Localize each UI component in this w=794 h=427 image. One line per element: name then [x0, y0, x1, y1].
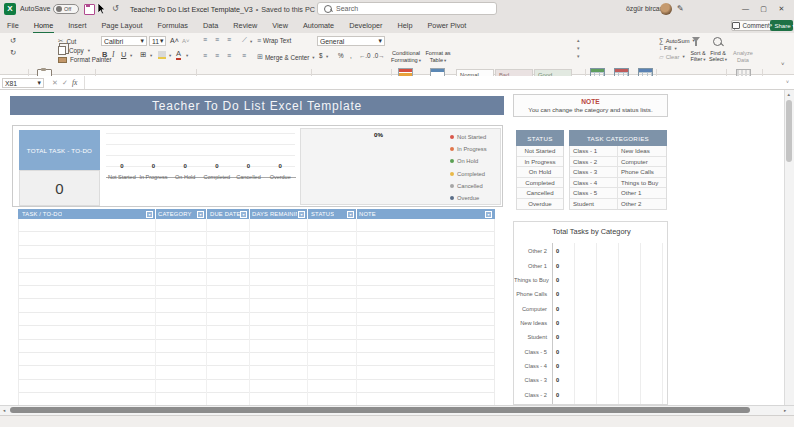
gallery-more-icon[interactable]: ▾ — [577, 53, 580, 59]
task-categories-row[interactable]: Class - 2 Computer — [570, 157, 666, 168]
align-top-button[interactable]: ≡ — [203, 36, 207, 43]
shrink-font-button[interactable]: A˅ — [182, 38, 190, 44]
enter-check-icon[interactable]: ✓ — [62, 79, 68, 87]
ribbon-tab[interactable]: Formulas — [156, 19, 188, 32]
formula-input[interactable] — [84, 76, 785, 89]
category-class-cell[interactable]: Class - 1 — [570, 146, 618, 156]
task-categories-row[interactable]: Class - 1 New Ideas — [570, 146, 666, 157]
cancel-icon[interactable]: ✕ — [52, 79, 58, 87]
font-family-select[interactable]: Calibri▾ — [101, 36, 147, 46]
decrease-indent-button[interactable]: ≡ — [242, 52, 246, 59]
category-name-cell[interactable]: Computer — [618, 157, 666, 167]
accounting-format-button[interactable]: $ — [319, 52, 323, 59]
font-size-select[interactable]: 11▾ — [149, 36, 166, 46]
user-name[interactable]: özgür bircan — [626, 5, 663, 12]
vertical-scroll-thumb[interactable] — [786, 100, 792, 162]
collapse-ribbon-icon[interactable]: ˅ — [781, 61, 785, 67]
ribbon-tab[interactable]: Review — [232, 19, 258, 32]
formula-bar-expand-icon[interactable]: ˅ — [786, 79, 789, 85]
autosave-toggle[interactable]: Off — [53, 4, 79, 14]
autosum-button[interactable]: ∑ AutoSum ▾ — [659, 37, 695, 44]
excel-logo-icon[interactable]: X — [4, 3, 16, 15]
ribbon-tab[interactable]: Home — [33, 19, 54, 33]
align-middle-button[interactable]: ≡ — [215, 36, 219, 43]
category-name-cell[interactable]: Other 1 — [618, 188, 666, 198]
redo-button[interactable]: ↻ — [10, 48, 16, 57]
category-class-cell[interactable]: Student — [570, 199, 618, 209]
category-name-cell[interactable]: Things to Buy — [618, 178, 666, 188]
fill-color-button[interactable] — [158, 51, 166, 59]
filter-dropdown-button[interactable]: ▾ — [240, 211, 247, 218]
fill-button[interactable]: ↓ Fill ▾ — [659, 45, 677, 51]
maximize-button[interactable]: ▢ — [756, 2, 771, 16]
status-list-item[interactable]: Cancelled — [517, 188, 563, 199]
header-category[interactable]: CATEGORY — [158, 211, 192, 217]
undo-button[interactable]: ↺ — [10, 36, 16, 45]
filter-dropdown-button[interactable]: ▾ — [197, 211, 204, 218]
category-name-cell[interactable]: New Ideas — [618, 146, 666, 156]
percent-style-button[interactable]: % — [338, 52, 344, 59]
underline-dropdown-icon[interactable]: ▾ — [130, 53, 132, 58]
header-status[interactable]: STATUS — [311, 211, 334, 217]
header-task[interactable]: TASK / TO-DO — [22, 211, 62, 217]
status-list-item[interactable]: On Hold — [517, 167, 563, 178]
filter-dropdown-button[interactable]: ▾ — [146, 211, 153, 218]
filter-dropdown-button[interactable]: ▾ — [298, 211, 305, 218]
scroll-up-icon[interactable]: ▲ — [787, 92, 791, 97]
orientation-dropdown-icon[interactable]: ▾ — [250, 39, 252, 44]
total-task-value-box[interactable]: 0 — [19, 170, 100, 206]
ribbon-tab[interactable]: File — [6, 19, 20, 32]
number-format-select[interactable]: General▾ — [317, 36, 385, 46]
category-name-cell[interactable]: Phone Calls — [618, 167, 666, 177]
align-bottom-button[interactable]: ≡ — [227, 36, 231, 43]
font-color-dropdown-icon[interactable]: ▾ — [186, 53, 188, 58]
format-as-table-button[interactable]: Format as Table▾ — [424, 50, 452, 63]
category-class-cell[interactable]: Class - 4 — [570, 178, 618, 188]
cut-button[interactable]: ✂ Cut — [58, 37, 76, 45]
conditional-formatting-button[interactable]: Conditional Formatting▾ — [390, 50, 422, 63]
copy-dropdown-icon[interactable]: ▾ — [88, 48, 90, 53]
grow-font-button[interactable]: A˄ — [170, 37, 179, 44]
underline-button[interactable]: U — [121, 50, 126, 59]
avatar[interactable] — [660, 3, 672, 15]
worksheet[interactable]: Teacher To Do List Excel Template TOTAL … — [0, 90, 794, 405]
insert-function-button[interactable]: fx — [72, 78, 77, 87]
status-bar-chart[interactable]: 0 Not Started 0 In Progress 0 On Hold 0 … — [106, 163, 296, 189]
share-button[interactable]: ↗ Share ▾ — [770, 20, 793, 31]
borders-dropdown-icon[interactable]: ▾ — [150, 53, 152, 58]
analyze-data-button[interactable]: Analyze Data — [728, 50, 758, 63]
ribbon-tab[interactable]: View — [271, 19, 289, 32]
category-class-cell[interactable]: Class - 2 — [570, 157, 618, 167]
wrap-text-button[interactable]: ≡ Wrap Text — [257, 37, 291, 44]
header-note[interactable]: NOTE — [359, 211, 376, 217]
sort-filter-button[interactable]: Sort & Filter▾ — [687, 50, 709, 63]
ribbon-tab[interactable]: Help — [396, 19, 413, 32]
task-categories-row[interactable]: Student Other 2 — [570, 199, 666, 209]
bold-button[interactable]: B — [102, 50, 107, 59]
close-button[interactable]: ✕ — [774, 2, 789, 16]
ribbon-tab[interactable]: Insert — [67, 19, 87, 32]
ribbon-tab[interactable]: Automate — [302, 19, 335, 32]
align-right-button[interactable]: ≡ — [227, 52, 231, 59]
ribbon-tab[interactable]: Power Pivot — [426, 19, 467, 32]
ribbon-tab[interactable]: Page Layout — [100, 19, 143, 32]
status-list-item[interactable]: In Progress — [517, 157, 563, 168]
document-title[interactable]: Teacher To Do List Excel Template_V3 • S… — [130, 5, 321, 14]
copy-button[interactable]: Copy ▾ — [58, 46, 90, 55]
status-list-item[interactable]: Overdue — [517, 199, 563, 209]
horizontal-scroll-thumb[interactable] — [10, 407, 750, 413]
category-name-cell[interactable]: Other 2 — [618, 199, 666, 209]
status-list-item[interactable]: Not Started — [517, 146, 563, 157]
increase-decimal-button[interactable]: ←.0 — [359, 52, 371, 59]
task-categories-row[interactable]: Class - 3 Phone Calls — [570, 167, 666, 178]
minimize-button[interactable]: — — [738, 2, 753, 16]
ribbon-tab[interactable]: Developer — [348, 19, 383, 32]
comma-style-button[interactable]: , — [350, 52, 352, 59]
align-center-button[interactable]: ≡ — [215, 52, 219, 59]
task-table-rows[interactable] — [18, 219, 495, 405]
orientation-button[interactable]: ⟋ — [242, 36, 247, 44]
status-list-item[interactable]: Completed — [517, 178, 563, 189]
search-input[interactable]: Search — [317, 2, 497, 15]
accounting-dropdown-icon[interactable]: ▾ — [326, 54, 328, 59]
fill-color-dropdown-icon[interactable]: ▾ — [169, 53, 171, 58]
